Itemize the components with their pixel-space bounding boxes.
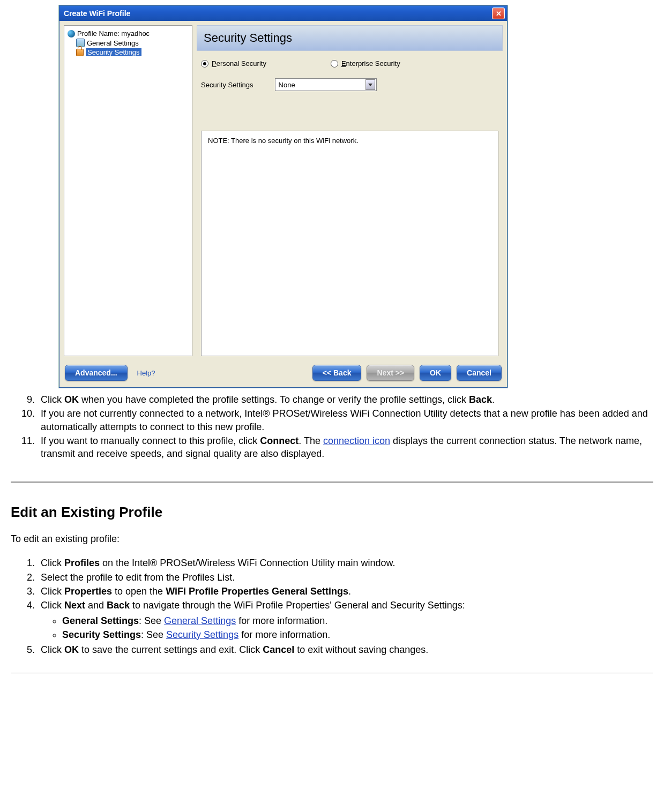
steps-list-edit: Click Profiles on the Intel® PROSet/Wire… (5, 557, 659, 656)
note-box: NOTE: There is no security on this WiFi … (201, 131, 498, 356)
edit-step-1: Click Profiles on the Intel® PROSet/Wire… (38, 557, 659, 569)
help-link[interactable]: Help? (137, 369, 155, 377)
step-9: Click OK when you have completed the pro… (38, 393, 659, 406)
tree-profile-name[interactable]: Profile Name: myadhoc (66, 29, 190, 38)
wifi-profile-dialog: Create WiFi Profile ✕ Profile Name: myad… (59, 5, 508, 388)
radio-personal-security[interactable]: Personal Security (201, 59, 266, 67)
note-text: NOTE: There is no security on this WiFi … (208, 137, 359, 145)
security-settings-select[interactable]: None (275, 78, 377, 91)
divider (11, 482, 653, 483)
section-title: Edit an Existing Profile (11, 504, 653, 521)
edit-step-4-sub2: Security Settings: See Security Settings… (62, 628, 659, 641)
ok-button[interactable]: OK (420, 365, 451, 381)
chevron-down-icon (365, 79, 375, 90)
nav-tree: Profile Name: myadhoc General Settings S… (64, 25, 192, 356)
radio-enterprise-label: nterprise Security (346, 59, 400, 67)
back-button[interactable]: << Back (312, 365, 362, 381)
edit-step-4: Click Next and Back to navigate through … (38, 599, 659, 641)
next-button: Next >> (367, 365, 414, 381)
radio-unselected-icon (331, 60, 338, 67)
section-intro: To edit an existing profile: (11, 533, 653, 545)
security-settings-link[interactable]: Security Settings (166, 629, 238, 640)
dialog-title: Create WiFi Profile (64, 9, 130, 18)
edit-step-2: Select the profile to edit from the Prof… (38, 571, 659, 584)
edit-step-5: Click OK to save the current settings an… (38, 643, 659, 656)
step-11: If you want to manually connect to this … (38, 434, 659, 461)
tree-profile-label: Profile Name: myadhoc (77, 29, 150, 37)
radio-selected-icon (201, 60, 208, 67)
radio-enterprise-security[interactable]: Enterprise Security (331, 59, 400, 67)
edit-step-3: Click Properties to open the WiFi Profil… (38, 585, 659, 598)
steps-list-top: Click OK when you have completed the pro… (5, 393, 659, 460)
radio-personal-label: ersonal Security (217, 59, 266, 67)
tree-security-label: Security Settings (86, 48, 141, 56)
general-settings-link[interactable]: General Settings (164, 615, 236, 626)
edit-step-4-sub1: General Settings: See General Settings f… (62, 614, 659, 627)
cancel-button[interactable]: Cancel (457, 365, 502, 381)
bottom-divider (11, 673, 653, 673)
tree-security-settings[interactable]: Security Settings (66, 48, 190, 57)
step-10: If you are not currently connected to a … (38, 407, 659, 433)
wifi-icon (68, 30, 75, 37)
lock-icon (76, 49, 84, 56)
security-settings-label: Security Settings (201, 81, 253, 89)
tree-general-label: General Settings (87, 39, 139, 47)
connection-icon-link[interactable]: connection icon (323, 435, 390, 446)
tree-general-settings[interactable]: General Settings (66, 38, 190, 48)
close-icon[interactable]: ✕ (492, 7, 505, 19)
select-value: None (279, 81, 295, 89)
panel-header: Security Settings (197, 25, 503, 51)
advanced-button[interactable]: Advanced... (65, 365, 128, 381)
